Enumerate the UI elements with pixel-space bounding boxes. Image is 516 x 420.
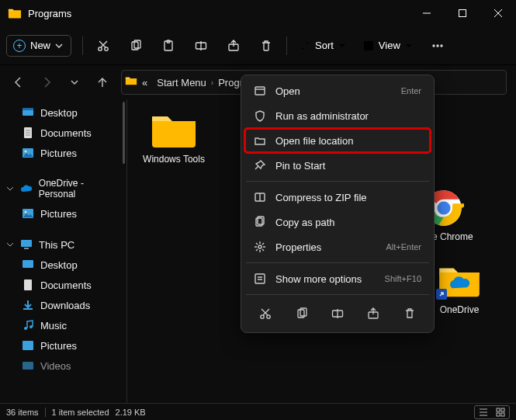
svg-rect-27 <box>23 362 33 370</box>
pictures-icon <box>22 339 34 352</box>
status-size: 2.19 KB <box>116 408 146 417</box>
svg-point-17 <box>25 151 27 153</box>
svg-rect-0 <box>459 10 466 17</box>
sidebar-label: Pictures <box>40 148 77 159</box>
folder-icon <box>125 76 137 89</box>
mini-copy-button[interactable] <box>290 303 313 325</box>
sidebar-label: Documents <box>40 127 92 139</box>
menu-open-file-location[interactable]: Open file location <box>244 128 431 153</box>
new-button[interactable]: + New <box>6 35 71 57</box>
svg-point-11 <box>437 45 438 47</box>
sidebar-item-downloads[interactable]: Downloads <box>0 295 126 315</box>
svg-point-10 <box>433 45 435 47</box>
menu-copy-path[interactable]: Copy as path <box>244 210 431 234</box>
up-button[interactable] <box>88 70 116 95</box>
folder-icon <box>435 261 484 301</box>
item-label: Windows Tools <box>143 154 205 165</box>
title-bar: Programs <box>0 0 516 26</box>
chevron-down-icon <box>405 42 413 50</box>
menu-compress[interactable]: Compress to ZIP file <box>244 185 431 210</box>
copy-path-icon <box>254 216 266 228</box>
mini-rename-button[interactable] <box>326 303 349 325</box>
forward-button[interactable] <box>33 70 61 95</box>
back-button[interactable] <box>5 70 33 95</box>
mini-share-button[interactable] <box>362 303 385 325</box>
icons-view-icon[interactable] <box>492 406 509 418</box>
item-windows-tools[interactable]: Windows Tools <box>135 110 213 242</box>
svg-point-43 <box>261 315 264 318</box>
svg-point-12 <box>441 45 442 47</box>
menu-properties[interactable]: Properties Alt+Enter <box>244 234 431 259</box>
sidebar-item-pictures[interactable]: Pictures <box>0 203 126 224</box>
music-icon <box>22 319 34 331</box>
shortcut-icon <box>436 289 447 300</box>
cloud-icon <box>20 182 33 195</box>
view-toggle[interactable] <box>474 405 510 419</box>
menu-run-admin[interactable]: Run as administrator <box>244 103 431 128</box>
menu-show-more[interactable]: Show more options Shift+F10 <box>244 266 431 291</box>
menu-label: Copy as path <box>275 217 421 228</box>
maximize-button[interactable] <box>445 0 480 26</box>
zip-icon <box>254 191 266 203</box>
sidebar-item-music[interactable]: Music <box>0 315 126 335</box>
sidebar-group-thispc[interactable]: This PC <box>0 234 126 255</box>
sidebar-label: This PC <box>39 239 74 251</box>
chevron-down-icon <box>6 241 14 248</box>
svg-rect-42 <box>255 274 265 283</box>
menu-label: Properties <box>275 241 376 253</box>
cut-button[interactable] <box>88 32 119 60</box>
window-title: Programs <box>28 8 409 19</box>
menu-label: Pin to Start <box>275 160 421 172</box>
menu-shortcut: Shift+F10 <box>385 274 421 283</box>
svg-point-44 <box>267 315 270 318</box>
sort-button[interactable]: Sort <box>292 32 354 60</box>
sidebar-label: Music <box>40 320 67 331</box>
pictures-icon <box>22 147 34 159</box>
details-view-icon[interactable] <box>475 406 492 418</box>
more-button[interactable] <box>422 32 453 60</box>
desktop-icon <box>22 259 34 271</box>
share-button[interactable] <box>218 32 249 60</box>
copy-button[interactable] <box>120 32 151 60</box>
chevron-down-icon <box>55 42 63 50</box>
new-label: New <box>30 40 50 51</box>
mini-delete-button[interactable] <box>398 303 421 325</box>
sidebar-item-pictures[interactable]: Pictures <box>0 335 126 356</box>
sidebar-item-pictures[interactable]: Pictures <box>0 143 126 163</box>
sidebar-item-desktop[interactable]: Desktop <box>0 255 126 275</box>
sidebar-item-videos[interactable]: Videos <box>0 356 126 376</box>
sidebar: Desktop Documents Pictures OneDrive - Pe… <box>0 99 127 403</box>
sidebar-label: Desktop <box>40 107 78 119</box>
menu-open[interactable]: Open Enter <box>244 78 431 103</box>
minimize-button[interactable] <box>409 0 445 26</box>
sidebar-label: OneDrive - Personal <box>39 178 122 200</box>
svg-point-1 <box>99 47 102 50</box>
status-bar: 36 items 1 item selected 2.19 KB <box>0 403 516 420</box>
more-icon <box>254 272 266 285</box>
breadcrumb-seg[interactable]: Start Menu <box>152 77 211 89</box>
rename-button[interactable] <box>185 32 216 60</box>
view-label: View <box>379 40 400 51</box>
svg-rect-37 <box>255 87 265 95</box>
crumb-overflow[interactable]: « <box>137 77 152 89</box>
folder-icon <box>149 110 199 151</box>
folder-open-icon <box>254 134 266 147</box>
sidebar-item-documents[interactable]: Documents <box>0 123 126 143</box>
close-button[interactable] <box>480 0 516 26</box>
sidebar-group-onedrive[interactable]: OneDrive - Personal <box>0 174 126 203</box>
mini-cut-button[interactable] <box>254 303 277 325</box>
menu-pin-start[interactable]: Pin to Start <box>244 153 431 178</box>
svg-rect-21 <box>24 248 29 249</box>
recent-button[interactable] <box>61 70 88 95</box>
sidebar-item-documents[interactable]: Documents <box>0 275 126 295</box>
paste-button[interactable] <box>153 32 184 60</box>
delete-button[interactable] <box>251 32 282 60</box>
sort-label: Sort <box>315 40 334 51</box>
menu-label: Show more options <box>275 273 376 285</box>
sidebar-label: Documents <box>40 279 92 291</box>
svg-rect-26 <box>23 341 33 350</box>
sidebar-item-desktop[interactable]: Desktop <box>0 102 126 123</box>
svg-rect-9 <box>364 41 373 50</box>
svg-rect-20 <box>21 240 32 247</box>
view-button[interactable]: View <box>355 32 421 60</box>
